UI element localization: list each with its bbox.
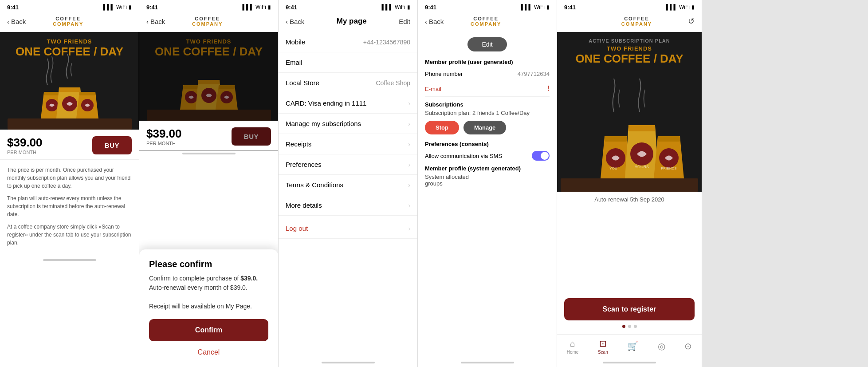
status-time-4: 9:41 bbox=[425, 4, 436, 11]
menu-label-mobile: Mobile bbox=[286, 38, 305, 46]
coffee-cups-svg-2 bbox=[147, 50, 271, 121]
tab-scan[interactable]: ⊡ Scan bbox=[598, 338, 608, 355]
menu-item-subscriptions[interactable]: Manage my subscriptions › bbox=[279, 114, 417, 134]
toggle-knob bbox=[541, 152, 549, 160]
hero-banner-1: TWO FRIENDS ONE COFFEE / DAY bbox=[0, 32, 139, 130]
edit-profile-button[interactable]: Edit bbox=[467, 37, 507, 51]
desc-para-1: The price is per month. Once purchased y… bbox=[7, 166, 132, 190]
svg-rect-8 bbox=[183, 85, 199, 89]
back-label-3: Back bbox=[290, 18, 304, 25]
confirm-button[interactable]: Confirm bbox=[149, 319, 268, 341]
phone-screen1: 9:41 ▌▌▌ WiFi ▮ ‹ Back COFFEE COMPANY TW… bbox=[0, 0, 139, 367]
back-button-2[interactable]: ‹ Back bbox=[146, 18, 165, 25]
wifi-icon-5: WiFi bbox=[679, 4, 690, 10]
refresh-button-5[interactable]: ↺ bbox=[688, 16, 695, 26]
signal-icon-2: ▌▌▌ bbox=[242, 4, 254, 10]
tab-more[interactable]: ⊙ bbox=[684, 341, 692, 352]
menu-item-preferences[interactable]: Preferences › bbox=[279, 154, 417, 175]
scan-to-register-button[interactable]: Scan to register bbox=[564, 298, 695, 320]
menu-item-localstore[interactable]: Local Store Coffee Shop bbox=[279, 73, 417, 93]
tab-home[interactable]: ⌂ Home bbox=[567, 339, 579, 355]
svg-rect-21 bbox=[658, 136, 680, 142]
member-profile-title: Member profile (user generated) bbox=[425, 59, 550, 65]
back-button-4[interactable]: ‹ Back bbox=[425, 18, 444, 25]
price-section-1: $39.00 PER MONTH BUY bbox=[0, 130, 139, 160]
hero-text-5: ACTIVE SUBSCRIPTION PLAN TWO FRIENDS ONE… bbox=[557, 38, 702, 66]
phone-field-label: Phone number bbox=[425, 71, 463, 77]
edit-section: Edit Member profile (user generated) Pho… bbox=[418, 32, 557, 360]
page-title-3: My page bbox=[337, 17, 367, 26]
home-indicator-3 bbox=[279, 360, 417, 367]
status-icons-2: ▌▌▌ WiFi ▮ bbox=[242, 4, 271, 10]
cancel-button[interactable]: Cancel bbox=[149, 347, 268, 358]
logo-2: COFFEE COMPANY bbox=[192, 16, 223, 27]
tab-cart[interactable]: 🛒 bbox=[627, 341, 638, 352]
menu-item-logout[interactable]: Log out › bbox=[279, 218, 417, 239]
price-block-2: $39.00 PER MONTH bbox=[146, 127, 182, 146]
svg-text:FRIENDS: FRIENDS bbox=[661, 166, 676, 170]
email-field-row: E-mail ! bbox=[425, 81, 550, 97]
wifi-icon-4: WiFi bbox=[534, 4, 545, 10]
scan-footer: Scan to register bbox=[557, 293, 702, 334]
tab-bar: ⌂ Home ⊡ Scan 🛒 ◎ ⊙ bbox=[557, 334, 702, 360]
price-amount-2: $39.00 bbox=[146, 127, 182, 141]
buy-button-1[interactable]: BUY bbox=[92, 136, 132, 154]
menu-right-mobile: +44-1234567890 bbox=[363, 39, 410, 46]
action-row: Stop Manage bbox=[425, 121, 550, 134]
hero-subtitle-2: TWO FRIENDS bbox=[139, 38, 278, 45]
menu-item-terms[interactable]: Terms & Conditions › bbox=[279, 175, 417, 195]
phone-screen5: 9:41 ▌▌▌ WiFi ▮ COFFEE COMPANY ↺ ACTIVE … bbox=[557, 0, 702, 367]
tab-location[interactable]: ◎ bbox=[658, 341, 665, 352]
hero-text-1: TWO FRIENDS ONE COFFEE / DAY bbox=[0, 38, 139, 59]
menu-item-email[interactable]: Email bbox=[279, 52, 417, 73]
scan-tab-label: Scan bbox=[598, 350, 608, 355]
price-amount-1: $39.00 bbox=[7, 136, 43, 150]
menu-right-preferences: › bbox=[405, 161, 410, 168]
status-bar-3: 9:41 ▌▌▌ WiFi ▮ bbox=[279, 0, 417, 12]
signal-icon-3: ▌▌▌ bbox=[381, 4, 393, 10]
menu-value-mobile: +44-1234567890 bbox=[363, 39, 410, 46]
back-button-3[interactable]: ‹ Back bbox=[286, 18, 304, 25]
edit-button-3[interactable]: Edit bbox=[399, 18, 410, 25]
back-label-4: Back bbox=[429, 18, 444, 25]
hero-banner-2: TWO FRIENDS ONE COFFEE / DAY bbox=[139, 32, 278, 121]
page-dots bbox=[564, 325, 695, 328]
menu-item-receipts[interactable]: Receipts › bbox=[279, 134, 417, 154]
status-icons-3: ▌▌▌ WiFi ▮ bbox=[381, 4, 410, 10]
active-plan-label: ACTIVE SUBSCRIPTION PLAN bbox=[557, 38, 702, 43]
buy-button-2[interactable]: BUY bbox=[232, 127, 271, 146]
svg-text:YOU: YOU bbox=[609, 166, 617, 170]
phone-screen3: 9:41 ▌▌▌ WiFi ▮ ‹ Back My page Edit Mobi… bbox=[279, 0, 418, 367]
sms-toggle[interactable] bbox=[532, 151, 550, 161]
location-tab-icon: ◎ bbox=[658, 341, 665, 351]
menu-item-mobile[interactable]: Mobile +44-1234567890 bbox=[279, 32, 417, 52]
phone-field: Phone number 4797712634 bbox=[425, 67, 550, 81]
menu-item-more[interactable]: More details › bbox=[279, 195, 417, 216]
status-time-5: 9:41 bbox=[564, 4, 576, 11]
status-time-3: 9:41 bbox=[286, 4, 297, 11]
more-tab-icon: ⊙ bbox=[684, 341, 692, 351]
signal-icon-5: ▌▌▌ bbox=[666, 4, 677, 10]
back-button-1[interactable]: ‹ Back bbox=[7, 18, 26, 25]
svg-rect-0 bbox=[8, 118, 132, 130]
dot-1 bbox=[622, 325, 625, 328]
subscriptions-title: Subscriptions bbox=[425, 101, 550, 108]
status-bar-5: 9:41 ▌▌▌ WiFi ▮ bbox=[557, 0, 702, 12]
svg-rect-5 bbox=[79, 92, 95, 95]
home-indicator-2 bbox=[139, 151, 278, 158]
menu-right-logout: › bbox=[405, 225, 410, 232]
subscriptions-block: Subscriptions Subscription plan: 2 frien… bbox=[425, 101, 550, 134]
svg-rect-1 bbox=[44, 92, 60, 95]
hero-banner-5: ACTIVE SUBSCRIPTION PLAN TWO FRIENDS ONE… bbox=[557, 32, 702, 192]
svg-rect-15 bbox=[605, 136, 627, 142]
chevron-preferences: › bbox=[408, 161, 410, 168]
confirm-price: $39.0. bbox=[240, 275, 258, 282]
system-section: Member profile (system generated) System… bbox=[425, 165, 550, 187]
menu-item-card[interactable]: CARD: Visa ending in 1111 › bbox=[279, 93, 417, 114]
nav-bar-3: ‹ Back My page Edit bbox=[279, 12, 417, 32]
manage-button[interactable]: Manage bbox=[463, 121, 506, 134]
stop-button[interactable]: Stop bbox=[425, 121, 459, 134]
chevron-subscriptions: › bbox=[408, 120, 410, 127]
signal-icon-4: ▌▌▌ bbox=[521, 4, 532, 10]
subscriptions-desc: Subscription plan: 2 friends 1 Coffee/Da… bbox=[425, 110, 550, 116]
